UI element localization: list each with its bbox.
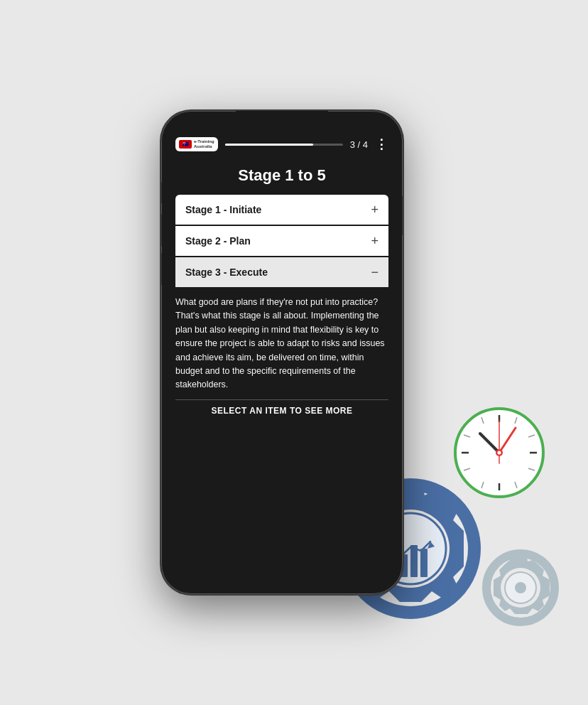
accordion-collapse-icon-stage3: − [371, 266, 379, 279]
svg-rect-8 [420, 549, 428, 577]
accordion-label-stage2: Stage 2 - Plan [185, 235, 251, 247]
mute-button [161, 182, 162, 203]
clock-icon [453, 407, 545, 499]
body-text: What good are plans if they're not put i… [175, 296, 388, 392]
cta-label: SELECT AN ITEM TO SEE MORE [175, 406, 388, 423]
power-button [402, 196, 403, 235]
logo: 🇦🇺 e-Training Australia [175, 137, 218, 151]
phone-shell: 🇦🇺 e-Training Australia 3 / 4 ⋮ Stage 1 … [161, 111, 403, 594]
progress-bar [225, 144, 343, 146]
gear-small-icon [481, 549, 560, 627]
logo-flag: 🇦🇺 [179, 140, 192, 149]
svg-point-15 [515, 582, 526, 593]
accordion-label-stage1: Stage 1 - Initiate [185, 204, 261, 215]
phone-screen: 🇦🇺 e-Training Australia 3 / 4 ⋮ Stage 1 … [165, 115, 398, 590]
accordion: Stage 1 - Initiate + Stage 2 - Plan + St… [175, 195, 388, 289]
page-title: Stage 1 to 5 [175, 166, 388, 185]
accordion-label-stage3: Stage 3 - Execute [185, 267, 268, 278]
accordion-item-stage1[interactable]: Stage 1 - Initiate + [175, 195, 388, 225]
accordion-expand-icon-stage2: + [371, 235, 379, 247]
more-options-icon[interactable]: ⋮ [375, 136, 388, 152]
progress-fill [225, 144, 313, 146]
accordion-item-stage3[interactable]: Stage 3 - Execute − [175, 257, 388, 287]
svg-point-35 [498, 451, 501, 455]
phone-notch [236, 111, 328, 128]
accordion-item-stage2[interactable]: Stage 2 - Plan + [175, 226, 388, 256]
scene: 🇦🇺 e-Training Australia 3 / 4 ⋮ Stage 1 … [0, 0, 588, 705]
logo-text: e-Training Australia [194, 139, 214, 149]
volume-down-button [161, 253, 162, 285]
content-divider [175, 399, 388, 400]
screen-content: Stage 1 to 5 Stage 1 - Initiate + Stage … [165, 158, 398, 590]
page-counter: 3 / 4 [350, 139, 368, 150]
volume-up-button [161, 214, 162, 246]
accordion-expand-icon-stage1: + [371, 203, 379, 216]
